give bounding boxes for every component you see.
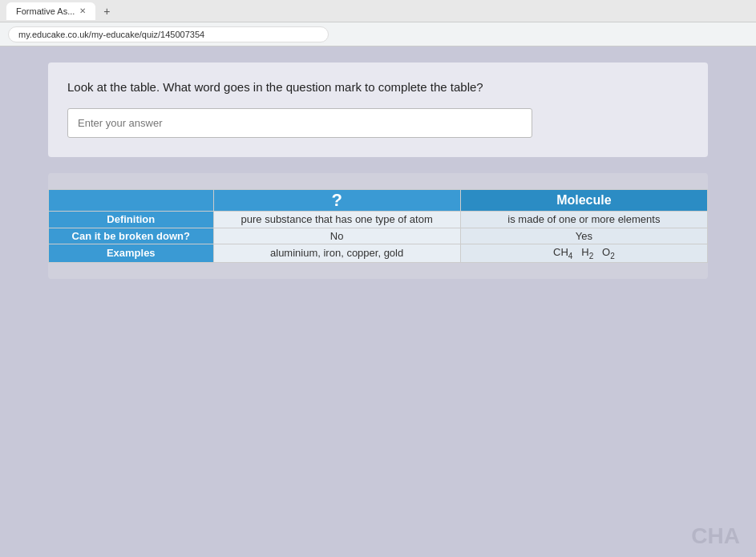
active-tab[interactable]: Formative As... ✕ [6, 2, 95, 20]
cell-broken-down-col2: No [213, 228, 460, 244]
cell-broken-down-col3: Yes [460, 228, 707, 244]
browser-tab-bar: Formative As... ✕ + [0, 0, 756, 22]
answer-input[interactable] [67, 108, 532, 138]
header-col3-molecule: Molecule [460, 190, 707, 212]
tab-close-button[interactable]: ✕ [79, 6, 86, 15]
subscript-2-h: 2 [589, 252, 594, 260]
row-label-definition: Definition [49, 212, 214, 228]
comparison-table: ? Molecule Definition pure substance tha… [48, 189, 708, 263]
tab-label: Formative As... [16, 6, 75, 16]
cell-definition-col2: pure substance that has one type of atom [213, 212, 460, 228]
cell-examples-col2: aluminium, iron, copper, gold [213, 244, 460, 263]
question-card: Look at the table. What word goes in the… [48, 63, 708, 157]
table-header-row: ? Molecule [49, 190, 708, 212]
new-tab-button[interactable]: + [99, 3, 115, 19]
watermark-text: CHA [691, 523, 740, 549]
page-content: Look at the table. What word goes in the… [0, 46, 756, 557]
header-col2-question: ? [213, 190, 460, 212]
table-row-broken-down: Can it be broken down? No Yes [49, 228, 708, 244]
cell-examples-col3: CH4 H2 O2 [460, 244, 707, 263]
address-bar-row: my.educake.co.uk/my-educake/quiz/1450073… [0, 22, 756, 46]
question-text: Look at the table. What word goes in the… [67, 79, 689, 95]
subscript-2-o: 2 [610, 252, 615, 260]
cell-definition-col3: is made of one or more elements [460, 212, 707, 228]
header-col1-empty [49, 190, 214, 212]
row-label-broken-down: Can it be broken down? [49, 228, 214, 244]
subscript-4: 4 [568, 252, 573, 260]
row-label-examples: Examples [49, 244, 214, 263]
tab-area: Formative As... ✕ + [6, 2, 115, 20]
table-row-definition: Definition pure substance that has one t… [49, 212, 708, 228]
address-bar[interactable]: my.educake.co.uk/my-educake/quiz/1450073… [8, 26, 329, 42]
table-row-examples: Examples aluminium, iron, copper, gold C… [49, 244, 708, 263]
table-area: ? Molecule Definition pure substance tha… [48, 173, 708, 279]
